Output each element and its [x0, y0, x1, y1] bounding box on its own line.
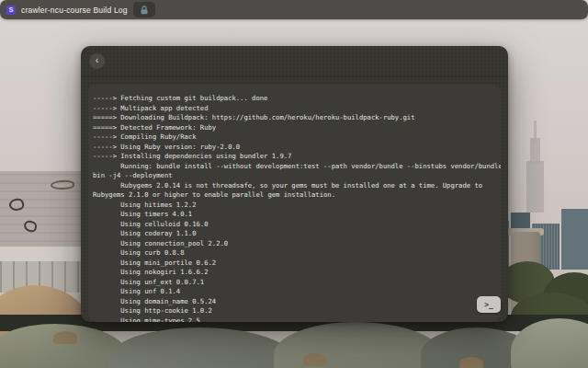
- build-log-terminal[interactable]: -----> Fetching custom git buildpack... …: [88, 85, 501, 322]
- log-line: Using mime-types 2.5: [93, 316, 497, 323]
- log-line: -----> Installing dependencies using bun…: [93, 152, 497, 162]
- empire-state-building: [530, 138, 540, 164]
- open-console-button[interactable]: >_: [477, 296, 501, 313]
- build-log-window: ‹ -----> Fetching custom git buildpack..…: [81, 46, 508, 322]
- boulder: [108, 328, 297, 368]
- log-line: Using connection_pool 2.2.0: [93, 239, 497, 249]
- log-line: -----> Using Ruby version: ruby-2.0.0: [93, 143, 497, 153]
- log-line: Using curb 0.8.8: [93, 248, 497, 259]
- log-line: Using http-cookie 1.0.2: [93, 306, 497, 316]
- log-line: Using nokogiri 1.6.6.2: [93, 268, 497, 278]
- log-line: =====> Downloading Buildpack: https://gi…: [93, 113, 497, 123]
- grass-tuft: [303, 353, 327, 366]
- empire-state-building: [526, 161, 544, 213]
- log-line: Rubygems 2.1.0 or higher to enable paral…: [93, 190, 497, 201]
- concrete-ledge: [0, 247, 86, 261]
- window-header: ‹: [81, 46, 508, 77]
- log-line: -----> Fetching custom git buildpack... …: [93, 94, 497, 104]
- log-line: bin -j4 --deployment: [93, 171, 497, 181]
- grass-tuft: [459, 357, 483, 368]
- log-line: Using hitimes 1.2.2: [93, 201, 497, 211]
- log-line: Using timers 4.0.1: [93, 210, 497, 220]
- log-line: Using coderay 1.1.0: [93, 229, 497, 239]
- log-line: =====> Detected Framework: Ruby: [93, 123, 497, 133]
- skyline-building: [561, 209, 588, 270]
- screen: S crawler-ncu-course Build Log ‹ -----> …: [0, 0, 588, 368]
- log-line: Rubygems 2.0.14 is not threadsafe, so yo…: [93, 181, 497, 191]
- log-line: Using mini_portile 0.6.2: [93, 259, 497, 269]
- log-line: -----> Compiling Ruby/Rack: [93, 132, 497, 143]
- log-line: Using unf_ext 0.0.7.1: [93, 278, 497, 288]
- log-line: Using unf 0.1.4: [93, 287, 497, 297]
- back-button[interactable]: ‹: [89, 53, 105, 69]
- log-line: Running: bundle install --without develo…: [93, 162, 497, 172]
- log-line: -----> Multipack app detected: [93, 104, 497, 114]
- log-line: Using domain_name 0.5.24: [93, 297, 497, 307]
- grass-tuft: [53, 331, 77, 344]
- log-line: Using celluloid 0.16.0: [93, 220, 497, 230]
